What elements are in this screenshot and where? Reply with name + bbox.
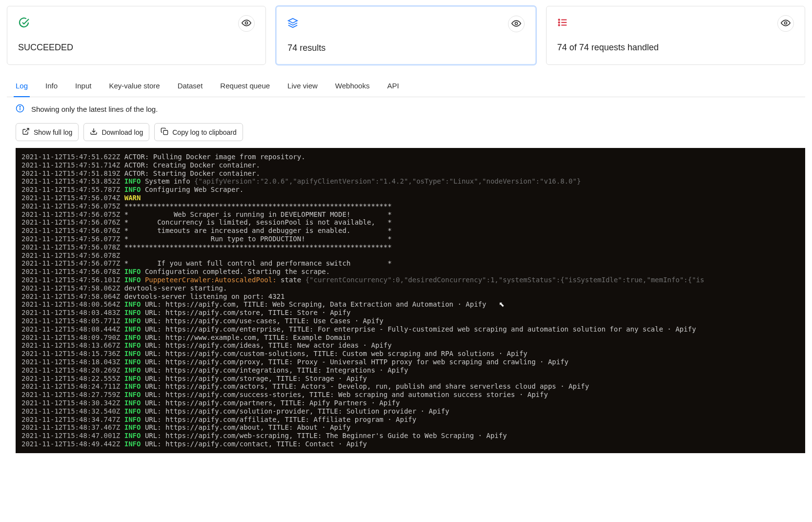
tab-live-view[interactable]: Live view bbox=[285, 75, 320, 97]
button-label: Copy log to clipboard bbox=[172, 128, 237, 136]
eye-icon bbox=[511, 19, 521, 30]
log-line: 2021-11-12T15:48:05.771Z INFO URL: https… bbox=[21, 317, 799, 325]
log-line: 2021-11-12T15:48:37.467Z INFO URL: https… bbox=[21, 423, 799, 432]
log-line: 2021-11-12T15:47:56.075Z * Web Scraper i… bbox=[21, 210, 799, 219]
svg-line-13 bbox=[25, 128, 29, 132]
log-line: 2021-11-12T15:48:22.555Z INFO URL: https… bbox=[21, 375, 799, 383]
log-line: 2021-11-12T15:48:15.736Z INFO URL: https… bbox=[21, 350, 799, 358]
button-label: Show full log bbox=[34, 128, 72, 136]
tab-webhooks[interactable]: Webhooks bbox=[333, 75, 372, 97]
copy-icon bbox=[161, 127, 168, 137]
log-line: 2021-11-12T15:47:56.076Z * Concurrency i… bbox=[21, 218, 799, 227]
status-card-label: SUCCEEDED bbox=[18, 42, 255, 53]
log-line: 2021-11-12T15:48:00.564Z INFO URL: https… bbox=[21, 300, 799, 309]
eye-icon bbox=[242, 18, 251, 29]
requests-card-view-button[interactable] bbox=[777, 15, 794, 32]
tab-request-queue[interactable]: Request queue bbox=[218, 75, 272, 97]
tab-key-value-store[interactable]: Key-value store bbox=[107, 75, 162, 97]
log-line: 2021-11-12T15:47:56.078Z INFO Configurat… bbox=[21, 268, 799, 276]
log-line: 2021-11-12T15:48:30.342Z INFO URL: https… bbox=[21, 399, 799, 407]
log-line: 2021-11-12T15:47:56.077Z * If you want f… bbox=[21, 259, 799, 268]
button-label: Download log bbox=[102, 128, 143, 136]
log-line: 2021-11-12T15:47:58.064Z devtools-server… bbox=[21, 292, 799, 301]
download-icon bbox=[90, 127, 98, 137]
copy-log-button[interactable]: Copy log to clipboard bbox=[154, 123, 243, 141]
log-line: 2021-11-12T15:47:56.074Z WARN bbox=[21, 194, 799, 202]
svg-point-12 bbox=[20, 106, 20, 107]
eye-icon bbox=[781, 18, 791, 29]
svg-point-6 bbox=[558, 19, 559, 20]
results-card-view-button[interactable] bbox=[508, 16, 525, 32]
download-log-button[interactable]: Download log bbox=[83, 123, 149, 141]
tabbar: LogInfoInputKey-value storeDatasetReques… bbox=[7, 75, 805, 97]
log-line: 2021-11-12T15:47:56.078Z bbox=[21, 251, 799, 260]
svg-rect-15 bbox=[163, 130, 168, 135]
log-line: 2021-11-12T15:48:08.444Z INFO URL: https… bbox=[21, 325, 799, 334]
log-line: 2021-11-12T15:47:51.622Z ACTOR: Pulling … bbox=[21, 153, 799, 161]
results-card[interactable]: 74 results bbox=[276, 6, 536, 65]
log-line: 2021-11-12T15:48:03.483Z INFO URL: https… bbox=[21, 309, 799, 317]
log-terminal[interactable]: 2021-11-12T15:47:51.622Z ACTOR: Pulling … bbox=[16, 148, 805, 453]
log-notice-text: Showing only the latest lines of the log… bbox=[31, 105, 158, 113]
log-line: 2021-11-12T15:47:58.062Z devtools-server… bbox=[21, 284, 799, 292]
log-line: 2021-11-12T15:48:47.001Z INFO URL: https… bbox=[21, 432, 799, 440]
log-line: 2021-11-12T15:48:09.790Z INFO URL: http:… bbox=[21, 334, 799, 342]
log-line: 2021-11-12T15:47:53.852Z INFO System inf… bbox=[21, 177, 799, 186]
external-link-icon bbox=[22, 127, 30, 137]
log-line: 2021-11-12T15:48:24.711Z INFO URL: https… bbox=[21, 382, 799, 391]
log-line: 2021-11-12T15:48:13.667Z INFO URL: https… bbox=[21, 341, 799, 350]
log-line: 2021-11-12T15:47:51.714Z ACTOR: Creating… bbox=[21, 161, 799, 169]
log-line: 2021-11-12T15:47:56.101Z INFO PuppeteerC… bbox=[21, 276, 799, 284]
tab-log[interactable]: Log bbox=[14, 75, 30, 97]
tab-input[interactable]: Input bbox=[73, 75, 93, 97]
svg-point-9 bbox=[784, 21, 787, 24]
svg-marker-1 bbox=[288, 19, 297, 23]
log-line: 2021-11-12T15:47:56.078Z ***************… bbox=[21, 243, 799, 251]
tab-info[interactable]: Info bbox=[43, 75, 60, 97]
results-card-label: 74 results bbox=[287, 43, 524, 53]
check-icon bbox=[18, 17, 30, 30]
log-line: 2021-11-12T15:47:56.075Z ***************… bbox=[21, 202, 799, 210]
show-full-log-button[interactable]: Show full log bbox=[16, 123, 79, 141]
svg-point-8 bbox=[558, 24, 559, 25]
log-notice: Showing only the latest lines of the log… bbox=[7, 97, 805, 121]
info-icon bbox=[16, 104, 24, 114]
log-line: 2021-11-12T15:48:49.442Z INFO URL: https… bbox=[21, 440, 799, 448]
svg-point-2 bbox=[515, 22, 517, 24]
summary-cards: SUCCEEDED 74 results bbox=[7, 6, 805, 65]
status-card-view-button[interactable] bbox=[238, 15, 255, 32]
tab-dataset[interactable]: Dataset bbox=[176, 75, 205, 97]
requests-card-label: 74 of 74 requests handled bbox=[557, 42, 794, 53]
log-actions: Show full log Download log Copy log to c… bbox=[7, 121, 805, 148]
svg-point-0 bbox=[245, 21, 248, 24]
log-line: 2021-11-12T15:48:34.747Z INFO URL: https… bbox=[21, 416, 799, 424]
svg-point-7 bbox=[558, 22, 559, 23]
tab-api[interactable]: API bbox=[385, 75, 401, 97]
log-line: 2021-11-12T15:47:56.076Z * timeouts are … bbox=[21, 227, 799, 235]
requests-card[interactable]: 74 of 74 requests handled bbox=[546, 6, 805, 65]
layers-icon bbox=[287, 18, 298, 30]
status-card[interactable]: SUCCEEDED bbox=[7, 6, 266, 65]
log-line: 2021-11-12T15:47:56.077Z * Run type to P… bbox=[21, 235, 799, 243]
log-line: 2021-11-12T15:47:55.787Z INFO Configurin… bbox=[21, 186, 799, 194]
list-icon bbox=[557, 17, 568, 30]
log-line: 2021-11-12T15:48:32.540Z INFO URL: https… bbox=[21, 407, 799, 416]
log-line: 2021-11-12T15:48:18.043Z INFO URL: https… bbox=[21, 358, 799, 366]
log-line: 2021-11-12T15:48:27.759Z INFO URL: https… bbox=[21, 391, 799, 399]
log-line: 2021-11-12T15:47:51.819Z ACTOR: Starting… bbox=[21, 169, 799, 178]
log-line: 2021-11-12T15:48:20.269Z INFO URL: https… bbox=[21, 366, 799, 375]
